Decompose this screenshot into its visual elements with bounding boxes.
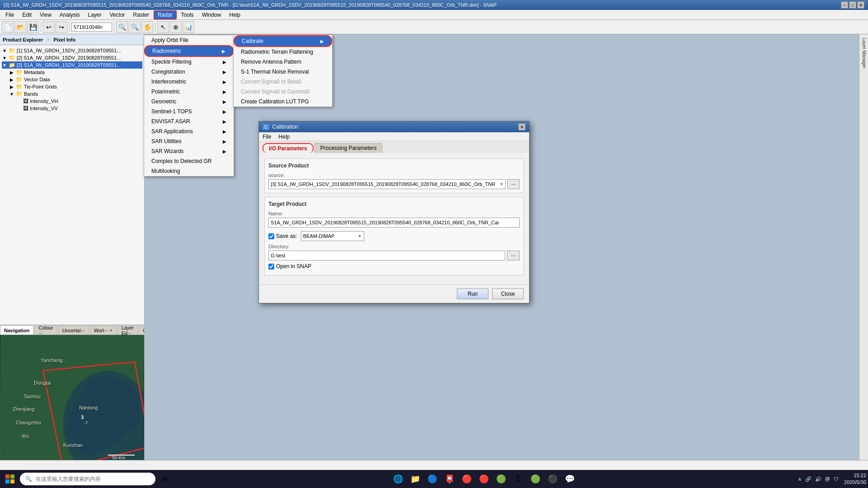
cal-save-as-checkbox[interactable] bbox=[268, 233, 274, 239]
toolbar-zoom-in-btn[interactable]: 🔍 bbox=[116, 21, 128, 33]
toolbar-pan-btn[interactable]: ✋ bbox=[141, 21, 153, 33]
menu-item-polarimetric[interactable]: Polarimetric ▶ bbox=[144, 87, 234, 97]
menu-item-multilooking[interactable]: Multilooking bbox=[144, 166, 234, 176]
taskbar-app-mail[interactable]: 📮 bbox=[441, 471, 458, 487]
minimize-button[interactable]: ─ bbox=[841, 1, 848, 9]
systray-expand[interactable]: ∧ bbox=[798, 476, 802, 482]
toolbar-select-btn[interactable]: ↖ bbox=[157, 21, 169, 33]
pixel-info-tab[interactable]: Pixel Info bbox=[53, 37, 75, 42]
taskbar-app-sum[interactable]: Σ bbox=[510, 471, 526, 487]
systray-volume[interactable]: 🔊 bbox=[815, 476, 821, 482]
cal-save-as-format-combo[interactable]: BEAM-DIMAP ▼ bbox=[301, 231, 364, 241]
menu-item-envisat-asar[interactable]: ENVISAT ASAR ▶ bbox=[144, 116, 234, 126]
toolbar-undo-btn[interactable]: ↩ bbox=[43, 21, 55, 33]
tree-vector[interactable]: ▶ 📁 Vector Data bbox=[2, 76, 142, 83]
tree-tiepoints[interactable]: ▶ 📁 Tie-Point Grids bbox=[2, 83, 142, 90]
nav-tab-layered[interactable]: Layer Ed··· bbox=[117, 325, 138, 335]
nav-tab-world[interactable]: Worl··· × bbox=[90, 325, 117, 335]
taskbar-app-adobe[interactable]: 🔴 bbox=[476, 471, 492, 487]
menu-item-complex-detected[interactable]: Complex to Detected GR bbox=[144, 156, 234, 166]
taskbar-search[interactable]: 🔍 在这里输入您要搜索的内容 bbox=[20, 473, 155, 485]
menu-item-speckle[interactable]: Speckle Filtering ▶ bbox=[144, 57, 234, 67]
cal-menu-help[interactable]: Help bbox=[277, 134, 291, 140]
tree-intensity-vh[interactable]: 🖼 Intensity_VH bbox=[2, 98, 142, 105]
cal-source-browse-btn[interactable]: ··· bbox=[507, 179, 520, 189]
taskbar-app-store[interactable]: 🔵 bbox=[424, 471, 441, 487]
cal-close-btn[interactable]: ✕ bbox=[518, 123, 525, 130]
taskbar-app-chrome[interactable]: 🟢 bbox=[527, 471, 544, 487]
tree-expand-vh bbox=[16, 99, 22, 104]
menu-layer[interactable]: Layer bbox=[84, 11, 105, 19]
tree-bands[interactable]: ▼ 📁 Bands bbox=[2, 90, 142, 98]
coord-input[interactable] bbox=[71, 23, 112, 32]
cal-open-snap-checkbox[interactable] bbox=[268, 264, 274, 270]
menu-item-sentinel1-tops[interactable]: Sentinel-1 TOPS ▶ bbox=[144, 107, 234, 116]
toolbar-zoom-out-btn[interactable]: 🔍 bbox=[129, 21, 141, 33]
cal-menu-file[interactable]: File bbox=[261, 134, 273, 140]
menu-item-interferometric[interactable]: Interferometric ▶ bbox=[144, 77, 234, 87]
taskbar-clock[interactable]: 15:22 2020/5/30 bbox=[844, 472, 866, 486]
nav-tab-colour[interactable]: Colour ··· bbox=[34, 325, 57, 335]
taskbar-app-firefox[interactable]: 🔴 bbox=[459, 471, 475, 487]
product-explorer-tab[interactable]: Product Explorer bbox=[3, 37, 43, 42]
radiometric-terrain-flattening[interactable]: Radiometric Terrain Flattening bbox=[234, 47, 332, 57]
menu-edit[interactable]: Edit bbox=[19, 11, 35, 19]
task-view-btn[interactable]: ⊞ bbox=[157, 471, 174, 487]
cal-source-combo[interactable]: [3] S1A_IW_GRDH_1SDV_20190828T095515_201… bbox=[268, 179, 506, 189]
systray-input[interactable]: 拼 bbox=[825, 476, 830, 483]
layer-manager-btn[interactable]: Layer Manager bbox=[860, 36, 868, 70]
close-button[interactable]: ✕ bbox=[857, 1, 864, 9]
nav-tab-uncertain[interactable]: Uncertai··· bbox=[58, 325, 89, 335]
tree-metadata[interactable]: ▶ 📁 Metadata bbox=[2, 69, 142, 76]
cal-open-snap-label: Open in SNAP bbox=[276, 263, 311, 270]
systray-network[interactable]: 🔗 bbox=[805, 476, 812, 482]
toolbar-open-btn[interactable]: 📂 bbox=[14, 21, 26, 33]
toolbar-save-btn[interactable]: 💾 bbox=[27, 21, 39, 33]
menu-item-geometric[interactable]: Geometric ▶ bbox=[144, 97, 234, 107]
menu-item-coregistration[interactable]: Coregistration ▶ bbox=[144, 67, 234, 77]
menu-raster[interactable]: Raster bbox=[130, 11, 153, 19]
taskbar-app-wechat[interactable]: 💬 bbox=[562, 471, 578, 487]
toolbar-redo-btn[interactable]: ↪ bbox=[56, 21, 67, 33]
radiometric-thermal-noise[interactable]: S-1 Thermal Noise Removal bbox=[234, 67, 332, 77]
maximize-button[interactable]: □ bbox=[849, 1, 856, 9]
systray-shield[interactable]: 🛡 bbox=[834, 476, 839, 482]
menu-item-sar-utilities[interactable]: SAR Utilities ▶ bbox=[144, 136, 234, 146]
cal-run-button[interactable]: Run bbox=[457, 288, 488, 299]
taskbar-app-edge[interactable]: 🌐 bbox=[390, 471, 406, 487]
radiometric-remove-antenna[interactable]: Remove Antenna Pattern bbox=[234, 57, 332, 67]
menu-view[interactable]: View bbox=[36, 11, 55, 19]
tree-intensity-vv[interactable]: 🖼 Intensity_VV bbox=[2, 105, 142, 112]
menu-vector[interactable]: Vector bbox=[106, 11, 129, 19]
cal-tab-io[interactable]: I/O Parameters bbox=[263, 143, 314, 153]
menu-item-sar-applications[interactable]: SAR Applications ▶ bbox=[144, 126, 234, 136]
cal-tab-processing[interactable]: Processing Parameters bbox=[314, 143, 383, 153]
radiometric-calibrate[interactable]: Calibrate ▶ bbox=[234, 35, 332, 47]
menu-item-sar-wizards[interactable]: SAR Wizards ▶ bbox=[144, 146, 234, 156]
menu-help[interactable]: Help bbox=[225, 11, 244, 19]
radiometric-create-cal-lut[interactable]: Create Calibration LUT TPG bbox=[234, 97, 332, 107]
cal-dir-browse-btn[interactable]: ··· bbox=[507, 251, 520, 260]
cal-dir-input[interactable] bbox=[268, 251, 505, 260]
nav-tab-world-close[interactable]: × bbox=[110, 328, 112, 333]
menu-window[interactable]: Window bbox=[198, 11, 225, 19]
cal-name-input[interactable] bbox=[268, 218, 520, 228]
menu-radar[interactable]: Radar bbox=[154, 10, 177, 19]
tree-item-3[interactable]: ▼ 📁 [3] S1A_IW_GRDH_1SDV_20190828T09551.… bbox=[2, 61, 142, 69]
menu-item-apply-orbit[interactable]: Apply Orbit File bbox=[144, 35, 234, 45]
menu-tools[interactable]: Tools bbox=[178, 11, 197, 19]
taskbar-app-dark[interactable]: ⚫ bbox=[544, 471, 561, 487]
toolbar-new-btn[interactable]: 📄 bbox=[2, 21, 14, 33]
nav-tab-navigation[interactable]: Navigation bbox=[0, 325, 33, 335]
menu-analysis[interactable]: Analysis bbox=[56, 11, 84, 19]
taskbar-app-explorer[interactable]: 📁 bbox=[407, 471, 423, 487]
tree-item-1[interactable]: ▼ 📁 [1] S1A_IW_GRDH_1SDV_20190828T09551.… bbox=[2, 47, 142, 54]
taskbar-app-green1[interactable]: 🟢 bbox=[493, 471, 509, 487]
start-button[interactable] bbox=[2, 471, 18, 487]
toolbar-range-btn[interactable]: ⊕ bbox=[170, 21, 182, 33]
tree-item-2[interactable]: ▼ 📁 [2] S1A_IW_GRDH_1SDV_20190828T09551.… bbox=[2, 54, 142, 61]
menu-item-radiometric[interactable]: Radiometric ▶ bbox=[144, 45, 234, 57]
menu-file[interactable]: File bbox=[2, 11, 18, 19]
cal-close-button[interactable]: Close bbox=[492, 288, 524, 299]
toolbar-graph-btn[interactable]: 📊 bbox=[183, 21, 194, 33]
